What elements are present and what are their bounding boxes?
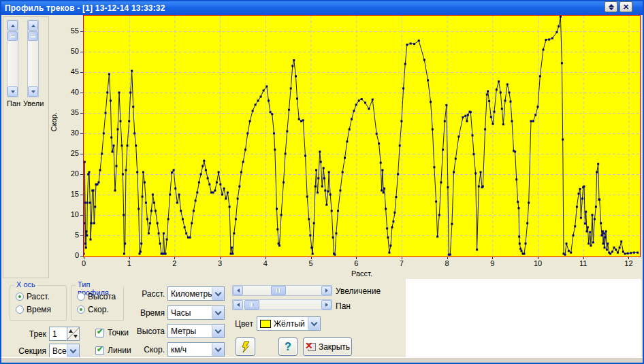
dropdown-button[interactable] [67,344,79,357]
scroll-right-button[interactable] [321,300,332,310]
pan-horizontal-scrollbar[interactable] [232,299,332,310]
zoom-vertical-scrollbar[interactable] [27,20,39,97]
dropdown-button[interactable] [308,317,320,330]
radio-icon[interactable] [16,305,24,314]
x-tick-label: 5 [304,259,318,267]
radio-label: Скор. [88,305,109,314]
section-combobox[interactable]: Все [49,344,80,358]
close-dialog-button[interactable]: ✕ Закрыть [303,337,352,356]
question-mark-icon: ? [285,341,291,353]
radio-time[interactable]: Время [16,305,51,314]
chevron-down-icon [70,346,77,353]
x-axis-title: Расст. [83,269,641,278]
zoom-horizontal-scrollbar[interactable] [232,285,332,296]
x-tick-mark [628,257,629,259]
radio-speed[interactable]: Скор. [77,305,109,314]
radio-icon[interactable] [77,293,85,301]
pan-scrollbar-label: Пан [7,99,20,107]
y-tick-label: 0 [60,251,79,259]
y-tick-label: 5 [60,231,79,239]
y-tick-label: 15 [60,190,79,198]
radio-label: Время [27,305,51,314]
radio-distance[interactable]: Расст. [16,292,50,301]
track-spin-button[interactable] [67,327,79,340]
arrow-up-icon [31,24,35,27]
distance-unit-label: Расст. [133,289,165,299]
dropdown-button[interactable] [212,343,224,356]
y-tick-label: 45 [60,67,79,76]
y-tick-label: 55 [60,27,79,35]
scroll-right-button[interactable] [321,286,332,295]
x-tick-label: 8 [440,259,454,267]
red-x-window-icon: ✕ [305,342,316,351]
zoom-scrollbar-label: Увели [23,99,44,107]
color-swatch [260,320,271,328]
arrow-left-icon [237,303,240,307]
scrollbar-thumb[interactable] [7,31,18,41]
x-tick-label: 7 [395,259,408,267]
spin-up-icon [69,329,73,333]
x-axis-groupbox: X ось Расст. Время [10,285,67,321]
y-tick-label: 35 [60,108,79,116]
y-tick-label: 30 [60,129,79,137]
radio-icon[interactable] [77,305,85,314]
pan-vertical-scrollbar[interactable] [7,20,18,97]
y-tick-label: 25 [60,149,79,157]
lines-checkbox[interactable] [95,346,104,355]
arrow-right-icon [325,303,328,307]
points-checkbox[interactable] [95,329,104,337]
arrow-left-icon [237,288,240,293]
y-tick-label: 50 [60,47,79,55]
help-button[interactable]: ? [278,337,297,356]
chevron-down-icon [215,289,222,296]
side-panel: Пан Увели [3,16,49,278]
track-number-input[interactable]: 1 [49,327,80,341]
rollup-button[interactable] [605,1,617,12]
scrollbar-thumb[interactable] [271,286,286,295]
dropdown-button[interactable] [212,287,224,300]
x-tick-label: 4 [259,259,272,267]
window-title: Профиль треков - [1] 13-12-14 13:33:32 [1,3,165,13]
x-tick-mark [492,257,493,259]
scroll-up-button[interactable] [7,20,18,31]
lines-checkbox-row[interactable]: Линии [95,346,131,355]
radio-label: Высота [88,292,116,301]
plot-area[interactable] [83,15,641,257]
scrollbar-thumb[interactable] [28,31,38,41]
hint-button[interactable] [236,337,255,356]
y-axis-title: Скор. [50,112,58,131]
dropdown-button[interactable] [212,306,224,319]
speed-unit-combobox[interactable]: км/ч [167,342,225,357]
x-tick-mark [402,257,402,259]
chevron-down-icon [215,308,222,315]
x-tick-label: 11 [577,259,590,267]
x-tick-label: 6 [349,259,363,267]
x-tick-mark [538,257,538,259]
scrollbar-thumb[interactable] [244,300,259,310]
height-unit-label: Высота [133,327,165,336]
scroll-left-button[interactable] [233,286,243,295]
color-combobox[interactable]: Жёлтый [257,316,321,331]
speed-unit-value: км/ч [168,345,212,354]
x-tick-mark [84,257,84,259]
radio-icon[interactable] [16,293,24,301]
chevron-down-icon [609,7,614,10]
scroll-up-button[interactable] [28,20,38,31]
dropdown-button[interactable] [212,325,224,337]
time-unit-combobox[interactable]: Часы [167,305,225,320]
close-window-button[interactable]: ✕ [619,1,632,12]
titlebar[interactable]: Профиль треков - [1] 13-12-14 13:33:32 [1,1,643,15]
radio-height[interactable]: Высота [77,292,116,301]
x-axis-group-legend: X ось [14,280,37,288]
points-checkbox-row[interactable]: Точки [95,328,129,337]
scroll-down-button[interactable] [7,86,18,97]
track-number-value[interactable]: 1 [50,329,67,339]
x-tick-mark [220,257,221,259]
scroll-down-button[interactable] [28,86,38,97]
close-dialog-label: Закрыть [319,342,350,352]
yellow-bolt-icon [240,341,251,353]
blank-panel [406,279,641,357]
scroll-left-button[interactable] [233,300,243,310]
distance-unit-combobox[interactable]: Километры [167,286,225,301]
height-unit-combobox[interactable]: Метры [167,324,225,338]
